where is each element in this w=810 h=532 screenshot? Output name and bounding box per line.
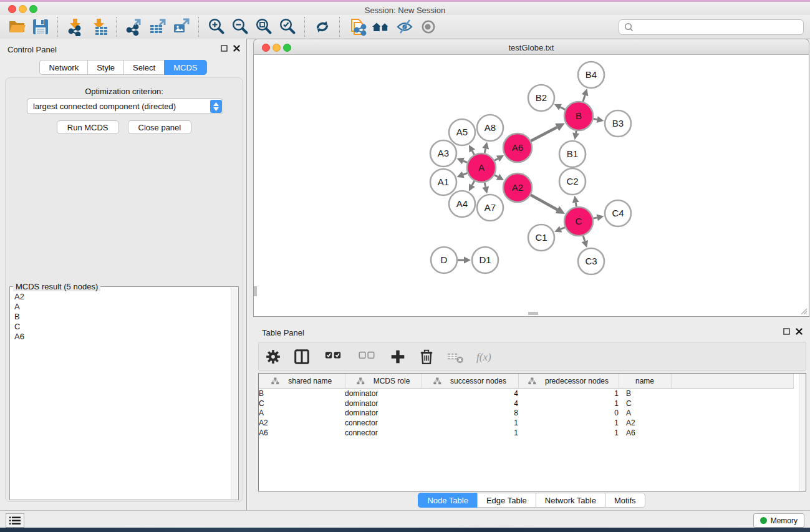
mcds-result-item[interactable]: A2 — [11, 292, 231, 302]
cell-shared_name[interactable]: A6 — [259, 428, 345, 438]
close-panel-button[interactable]: Close panel — [128, 120, 192, 134]
cell-shared_name[interactable]: A — [259, 409, 345, 418]
float-table-panel-icon[interactable] — [783, 328, 790, 335]
cell-name[interactable]: B — [619, 389, 671, 399]
float-panel-icon[interactable] — [221, 45, 228, 52]
select-columns-button[interactable] — [294, 349, 310, 365]
run-mcds-button[interactable]: Run MCDS — [57, 120, 119, 134]
edge-C-C1[interactable] — [561, 228, 565, 230]
edge-A-A2[interactable] — [494, 175, 498, 177]
cell-predecessor_nodes[interactable]: 1 — [518, 389, 619, 399]
cell-predecessor_nodes[interactable]: 0 — [518, 409, 619, 418]
edge-A-A8[interactable] — [485, 148, 486, 153]
table-scrollbar[interactable] — [799, 374, 806, 491]
edge-C-C4[interactable] — [594, 218, 597, 218]
network-canvas[interactable]: B4B2BB3A5A8A6A3B1AA1C2A2A4A7C4CC1C3DD1 — [253, 55, 809, 317]
open-folder-button[interactable] — [5, 16, 29, 37]
tab-mcds[interactable]: MCDS — [164, 60, 206, 75]
edge-A-A5[interactable] — [472, 151, 474, 155]
cell-mcds_role[interactable]: dominator — [345, 409, 422, 418]
import-table-button[interactable] — [87, 16, 111, 37]
edge-A-A1[interactable] — [463, 173, 468, 175]
cell-successor_nodes[interactable]: 4 — [422, 389, 518, 399]
network-window-titlebar[interactable]: testGlobe.txt — [253, 39, 809, 55]
mcds-result-item[interactable]: A6 — [11, 332, 231, 342]
node-table[interactable]: shared nameMCDS rolesuccessor nodesprede… — [259, 374, 794, 438]
cell-shared_name[interactable]: A2 — [259, 418, 345, 428]
edge-A-A3[interactable] — [463, 161, 468, 163]
cell-name[interactable]: A — [619, 409, 671, 418]
edge-B-B2[interactable] — [561, 107, 566, 110]
column-header-MCDS-role[interactable]: MCDS role — [345, 374, 422, 389]
export-image-button[interactable] — [170, 16, 193, 37]
column-header-predecessor-nodes[interactable]: predecessor nodes — [518, 374, 619, 389]
mcds-result-list[interactable]: A2ABCA6 — [11, 292, 231, 499]
mcds-result-scrollbar[interactable] — [231, 288, 238, 499]
tab-style[interactable]: Style — [87, 60, 123, 75]
tab-motifs[interactable]: Motifs — [605, 493, 645, 508]
cell-name[interactable]: A2 — [619, 418, 671, 428]
cell-mcds_role[interactable]: dominator — [345, 399, 422, 409]
cell-name[interactable]: C — [619, 399, 671, 409]
edge-B-B3[interactable] — [594, 118, 597, 119]
cell-predecessor_nodes[interactable]: 1 — [518, 428, 619, 438]
close-table-panel-icon[interactable] — [796, 328, 803, 335]
task-history-button[interactable] — [6, 513, 24, 528]
export-table-button[interactable] — [146, 16, 170, 37]
edge-C-C3[interactable] — [583, 236, 585, 241]
mcds-result-item[interactable]: C — [11, 322, 231, 332]
cell-predecessor_nodes[interactable]: 1 — [518, 418, 619, 428]
export-network-button[interactable] — [122, 16, 146, 37]
cell-mcds_role[interactable]: dominator — [345, 389, 422, 399]
table-row[interactable]: A2connector11A2 — [259, 418, 794, 428]
cell-successor_nodes[interactable]: 4 — [422, 399, 518, 409]
mcds-result-item[interactable]: B — [11, 312, 231, 322]
network-vertical-scroll-thumb[interactable] — [254, 286, 257, 296]
tab-edge-table[interactable]: Edge Table — [477, 493, 536, 508]
cell-shared_name[interactable]: B — [259, 389, 345, 399]
edge-B-B1[interactable] — [576, 131, 577, 133]
hide-selected-button[interactable] — [393, 16, 417, 37]
cell-mcds_role[interactable]: connector — [345, 418, 422, 428]
show-all-button[interactable] — [417, 16, 440, 37]
table-row[interactable]: A6connector11A6 — [259, 428, 794, 438]
cell-successor_nodes[interactable]: 1 — [422, 418, 518, 428]
zoom-fit-button[interactable] — [252, 16, 276, 37]
search-box[interactable] — [619, 19, 804, 35]
zoom-out-button[interactable] — [228, 16, 252, 37]
edge-A-A7[interactable] — [485, 182, 486, 186]
tab-network-table[interactable]: Network Table — [536, 493, 605, 508]
refresh-button[interactable] — [311, 16, 334, 37]
mcds-result-item[interactable]: A — [11, 302, 231, 312]
cell-mcds_role[interactable]: connector — [345, 428, 422, 438]
import-network-button[interactable] — [64, 16, 87, 37]
table-row[interactable]: Cdominator41C — [259, 399, 794, 409]
cell-name[interactable]: A6 — [619, 428, 671, 438]
tab-node-table[interactable]: Node Table — [418, 493, 477, 508]
first-neighbors-button[interactable] — [369, 16, 393, 37]
add-column-button[interactable] — [390, 349, 406, 365]
save-button[interactable] — [29, 16, 52, 37]
search-input[interactable] — [637, 21, 803, 34]
new-network-selection-button[interactable] — [345, 16, 369, 37]
zoom-selected-button[interactable] — [276, 16, 299, 37]
column-header-name[interactable]: name — [619, 374, 671, 389]
close-panel-icon[interactable] — [233, 45, 240, 52]
tab-network[interactable]: Network — [39, 60, 87, 75]
optimization-criterion-select[interactable]: largest connected component (directed) — [27, 99, 223, 114]
tab-select[interactable]: Select — [123, 60, 164, 75]
edge-A-A6[interactable] — [494, 158, 498, 160]
cell-shared_name[interactable]: C — [259, 399, 345, 409]
check-all-button[interactable] — [322, 349, 344, 365]
edge-A6-B[interactable] — [531, 127, 557, 141]
gear-button[interactable] — [265, 349, 281, 365]
uncheck-all-button[interactable] — [356, 349, 377, 365]
column-header-successor-nodes[interactable]: successor nodes — [422, 374, 518, 389]
resize-grip-icon[interactable] — [799, 306, 808, 315]
edge-B-B4[interactable] — [583, 95, 585, 102]
cell-successor_nodes[interactable]: 8 — [422, 409, 518, 418]
cell-successor_nodes[interactable]: 1 — [422, 428, 518, 438]
delete-column-button[interactable] — [418, 349, 435, 365]
edge-C-C2[interactable] — [576, 203, 576, 207]
edge-A-A4[interactable] — [472, 181, 475, 185]
